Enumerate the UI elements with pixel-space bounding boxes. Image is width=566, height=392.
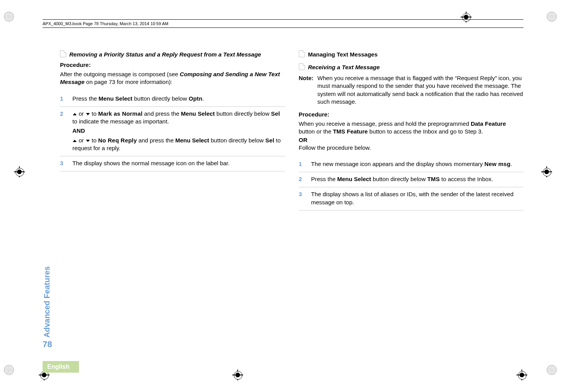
- text: on page 73 for more information):: [84, 79, 172, 85]
- button-ref: Menu Select: [99, 95, 133, 102]
- text: button or the: [299, 128, 333, 135]
- text: and press the: [137, 137, 175, 144]
- step-2: 2 or to Mark as Normal and press the Men…: [60, 107, 285, 156]
- left-heading: Removing a Priority Status and a Reply R…: [60, 50, 285, 58]
- step-body: Press the Menu Select button directly be…: [311, 175, 493, 183]
- section-title: Managing Text Messages: [308, 51, 378, 58]
- or-label: OR: [299, 137, 524, 143]
- right-column: Managing Text Messages Receiving a Text …: [299, 50, 524, 211]
- page-icon: [299, 50, 305, 57]
- step-number: 2: [60, 110, 67, 152]
- button-ref: TMS Feature: [333, 128, 368, 135]
- step-body: Press the Menu Select button directly be…: [72, 95, 204, 103]
- text: .: [202, 95, 204, 102]
- down-arrow-icon: [86, 113, 90, 115]
- up-arrow-icon: [73, 140, 77, 142]
- text: to indicate the message as important.: [72, 118, 169, 125]
- main-content: Removing a Priority Status and a Reply R…: [60, 50, 523, 211]
- text: button to access the Inbox and go to Ste…: [368, 128, 483, 135]
- softkey-optn: Optn: [189, 95, 202, 102]
- softkey-tms: TMS: [427, 176, 440, 182]
- step-number: 3: [299, 190, 306, 206]
- note-block: Note: When you receive a message that is…: [299, 74, 524, 106]
- option-mark-as-normal: Mark as Normal: [98, 110, 143, 117]
- registration-mark-left: [14, 166, 25, 177]
- text: When you receive a message, press and ho…: [299, 120, 471, 127]
- text: or: [77, 137, 86, 144]
- registration-mark-bottom-mid: [232, 370, 243, 380]
- left-heading-text: Removing a Priority Status and a Reply R…: [69, 51, 261, 58]
- text: After the outgoing message is composed (…: [60, 71, 180, 77]
- step-1: 1 The new message icon appears and the d…: [299, 157, 524, 172]
- right-section-heading: Managing Text Messages: [299, 50, 524, 58]
- note-label: Note:: [299, 74, 314, 106]
- and-label: AND: [72, 127, 285, 135]
- step-body: The display shows the normal message ico…: [72, 159, 230, 167]
- procedure-label: Procedure:: [299, 111, 524, 118]
- text: and press the: [142, 110, 181, 117]
- text: Press the: [72, 95, 99, 102]
- text: Press the: [311, 176, 338, 182]
- running-header-text: APX_4000_M3.book Page 78 Thursday, March…: [43, 21, 168, 26]
- option-no-req-reply: No Req Reply: [98, 137, 137, 144]
- softkey-sel: Sel: [265, 137, 274, 144]
- procedure-label: Procedure:: [60, 62, 285, 68]
- button-ref: Menu Select: [175, 137, 209, 144]
- step-1: 1 Press the Menu Select button directly …: [60, 92, 285, 107]
- text: to: [90, 110, 98, 117]
- or-text: Follow the procedure below.: [299, 144, 524, 152]
- crop-mark-bottom-left: [4, 365, 19, 380]
- left-column: Removing a Priority Status and a Reply R…: [60, 50, 285, 211]
- right-steps: 1 The new message icon appears and the d…: [299, 157, 524, 211]
- running-header: APX_4000_M3.book Page 78 Thursday, March…: [43, 19, 523, 28]
- text: to: [90, 137, 98, 144]
- step-3: 3 The display shows a list of aliases or…: [299, 187, 524, 211]
- registration-mark-right: [541, 166, 552, 177]
- button-ref: Menu Select: [337, 176, 371, 182]
- step-2: 2 Press the Menu Select button directly …: [299, 172, 524, 187]
- text: .: [511, 161, 512, 167]
- step-body: The new message icon appears and the dis…: [311, 160, 512, 168]
- text: to access the Inbox.: [440, 176, 493, 182]
- page-icon: [299, 63, 305, 70]
- page-number: 78: [43, 339, 52, 349]
- text: button directly below: [132, 95, 189, 102]
- step-body-cont: or to No Req Reply and press the Menu Se…: [72, 137, 285, 152]
- step-body: The display shows a list of aliases or I…: [311, 190, 524, 206]
- page-icon: [60, 50, 66, 57]
- step-number: 1: [60, 95, 67, 103]
- text: The new message icon appears and the dis…: [311, 161, 485, 167]
- step-body: or to Mark as Normal and press the Menu …: [72, 110, 285, 152]
- text: button directly below: [215, 110, 271, 117]
- step-number: 1: [299, 160, 306, 168]
- text: button directly below: [209, 137, 265, 144]
- note-text: When you receive a message that is flagg…: [317, 74, 523, 106]
- button-ref: Menu Select: [181, 110, 215, 117]
- language-tab: English: [43, 361, 79, 373]
- up-arrow-icon: [73, 113, 77, 115]
- right-heading: Receiving a Text Message: [299, 63, 524, 70]
- registration-mark-bottom-right: [516, 370, 527, 380]
- down-arrow-icon: [86, 140, 90, 142]
- left-intro: After the outgoing message is composed (…: [60, 70, 285, 86]
- step-3: 3 The display shows the normal message i…: [60, 156, 285, 171]
- left-steps: 1 Press the Menu Select button directly …: [60, 92, 285, 172]
- text: or: [77, 110, 86, 117]
- crop-mark-bottom-right: [547, 365, 562, 380]
- side-section-label: Advanced Features: [43, 266, 51, 338]
- display-new-msg: New msg: [484, 161, 510, 167]
- step-number: 3: [60, 159, 67, 167]
- step-number: 2: [299, 175, 306, 183]
- right-heading-text: Receiving a Text Message: [308, 64, 380, 70]
- softkey-sel: Sel: [271, 110, 280, 117]
- crop-mark-top-left: [4, 12, 19, 27]
- proc-intro: When you receive a message, press and ho…: [299, 120, 524, 136]
- crop-mark-top-right: [547, 12, 562, 27]
- text: button directly below: [371, 176, 427, 182]
- button-ref: Data Feature: [471, 120, 506, 127]
